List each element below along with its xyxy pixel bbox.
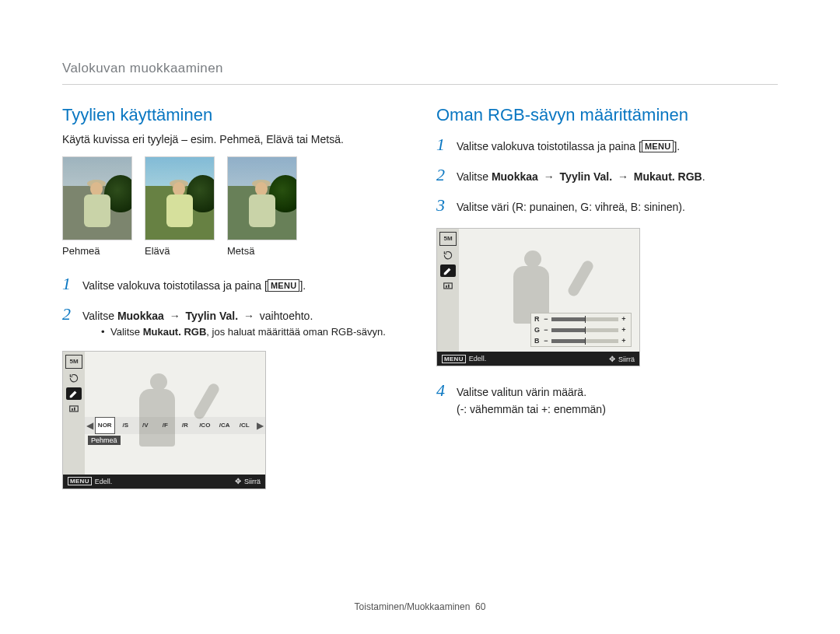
style-cell: /V [136, 418, 155, 433]
slider-bar [551, 339, 618, 343]
right-column: Oman RGB-sävyn määrittäminen 1 Valitse v… [436, 105, 778, 489]
styles-intro: Käytä kuvissa eri tyylejä – esim. Pehmeä… [62, 133, 404, 145]
pencil-icon [68, 388, 79, 399]
step-bold: Tyylin Val. [560, 170, 612, 183]
style-cell: /CO [196, 418, 215, 433]
style-cell: /CL [236, 418, 254, 433]
rgb-row-g: G − + [531, 324, 631, 335]
sub-bold: Mukaut. RGB [143, 326, 207, 338]
style-strip: ◀ NOR /S /V /F /R /CO /CA /CL ▶ [85, 417, 265, 434]
step-2: 2 Valitse Muokkaa → Tyylin Val. → vaihto… [62, 303, 404, 340]
dpad-icon: Siirrä [609, 355, 635, 363]
thumbnail-soft [62, 156, 132, 240]
chevron-left-icon: ◀ [85, 420, 95, 431]
step-text: Valitse [82, 310, 117, 322]
lcd-footer-back: Edell. [95, 478, 113, 485]
step-number: 1 [62, 272, 76, 296]
edit-icon [66, 387, 82, 400]
left-column: Tyylien käyttäminen Käytä kuvissa eri ty… [62, 105, 404, 489]
step-text: Valitse [457, 170, 492, 183]
right-steps: 1 Valitse valokuva toistotilassa ja pain… [436, 133, 778, 217]
sub-text: , jos haluat määrittää oman RGB-sävyn. [206, 326, 386, 338]
thumbnail-vivid [145, 156, 215, 240]
lcd-footer-move: Siirrä [618, 356, 635, 363]
rgb-sliders: R − + G − + B − + [530, 313, 632, 347]
menu-glyph: MENU [68, 477, 92, 485]
step-number: 2 [62, 303, 76, 327]
resolution-badge: 5M [439, 232, 457, 246]
svg-rect-1 [72, 408, 73, 410]
step-text: vaihtoehto. [260, 310, 313, 322]
arrow-icon: → [615, 170, 631, 185]
lcd-sidebar: 5M [437, 229, 459, 352]
step-text: . [702, 170, 705, 183]
step-bold: Muokkaa [492, 170, 538, 183]
left-steps: 1 Valitse valokuva toistotilassa ja pain… [62, 272, 404, 340]
style-cell: /CA [215, 418, 234, 433]
footer-page-number: 60 [475, 601, 485, 612]
step-text: Valitse väri (R: punainen, G: vihreä, B:… [457, 200, 778, 215]
lcd-footer-back: Edell. [469, 355, 487, 363]
edit-icon [440, 264, 456, 277]
step-text: Valitse valitun värin määrä. [457, 386, 586, 398]
plus-icon: + [620, 315, 628, 323]
lcd-footer: MENU Edell. Siirrä [437, 352, 639, 366]
step-bold: Mukaut. RGB [634, 170, 702, 183]
svg-rect-2 [74, 407, 75, 410]
step-2: 2 Valitse Muokkaa → Tyylin Val. → Mukaut… [436, 163, 778, 187]
rotate-icon-svg [68, 373, 79, 384]
breadcrumb: Valokuvan muokkaaminen [62, 61, 778, 85]
minus-icon: − [542, 337, 550, 345]
plus-icon: + [620, 326, 628, 334]
step-text: Valitse valokuva toistotilassa ja paina … [82, 279, 268, 292]
step-bold: Muokkaa [117, 310, 164, 322]
thumbnail-label: Pehmeä [62, 245, 132, 257]
step-1: 1 Valitse valokuva toistotilassa ja pain… [436, 133, 778, 157]
lcd-silhouette [117, 366, 211, 459]
step-text: Valitse valokuva toistotilassa ja paina … [457, 140, 642, 152]
arrow-icon: → [241, 309, 257, 324]
rgb-row-b: B − + [531, 335, 631, 346]
step-number: 2 [436, 163, 450, 187]
style-cell: NOR [95, 417, 115, 434]
step-text: ]. [299, 279, 306, 292]
style-cell: /F [156, 418, 175, 433]
content-columns: Tyylien käyttäminen Käytä kuvissa eri ty… [62, 105, 778, 489]
step-number: 4 [436, 379, 450, 403]
slideshow-icon-svg [68, 404, 79, 415]
footer-section: Toistaminen/Muokkaaminen [355, 601, 471, 612]
rgb-row-r: R − + [531, 313, 631, 324]
lcd-footer: MENU Edell. Siirrä [63, 475, 265, 489]
style-thumbnails [62, 156, 404, 240]
step-3: 3 Valitse väri (R: punainen, G: vihreä, … [436, 194, 778, 218]
right-steps-cont: 4 Valitse valitun värin määrä. (-: vähem… [436, 379, 778, 417]
arrow-icon: → [167, 309, 183, 324]
lcd-preview-rgb: 5M R − + [436, 228, 640, 366]
resolution-badge: 5M [65, 355, 82, 369]
thumbnail-label: Elävä [145, 245, 215, 257]
step-text: ]. [674, 140, 680, 152]
lcd-sidebar: 5M [63, 352, 85, 475]
step-note: (-: vähemmän tai +: enemmän) [457, 402, 778, 418]
thumbnail-forest [227, 156, 297, 240]
menu-button-glyph: MENU [642, 140, 674, 152]
rgb-label: G [534, 326, 542, 334]
menu-glyph: MENU [442, 355, 466, 363]
minus-icon: − [542, 315, 550, 323]
step-2-sub: Valitse Mukaut. RGB, jos haluat määrittä… [101, 325, 404, 339]
rgb-label: R [534, 315, 542, 323]
lcd-footer-move: Siirrä [244, 478, 261, 485]
plus-icon: + [620, 337, 628, 345]
selected-style-label: Pehmeä [88, 436, 121, 445]
page-footer: Toistaminen/Muokkaaminen 60 [0, 601, 840, 612]
section-title-rgb: Oman RGB-sävyn määrittäminen [436, 105, 778, 125]
thumbnail-label: Metsä [227, 245, 297, 257]
step-1: 1 Valitse valokuva toistotilassa ja pain… [62, 272, 404, 296]
style-cell: /R [176, 418, 194, 433]
svg-rect-5 [448, 285, 450, 288]
slideshow-icon [440, 280, 456, 292]
lcd-preview-styles: 5M ◀ NOR /S /V /F [62, 351, 266, 489]
sub-text: Valitse [110, 326, 143, 338]
section-title-styles: Tyylien käyttäminen [62, 105, 404, 125]
svg-rect-4 [446, 285, 447, 288]
